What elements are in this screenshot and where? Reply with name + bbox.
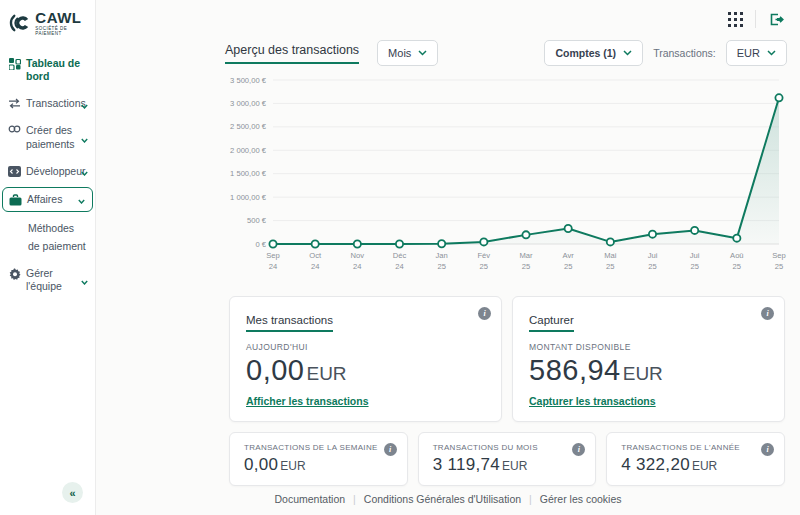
footer-link-cgu[interactable]: Conditions Générales d'Utilisation: [364, 493, 521, 505]
amount-currency: EUR: [306, 363, 346, 384]
info-icon[interactable]: i: [761, 443, 774, 456]
svg-text:Jui: Jui: [690, 251, 700, 260]
link-icon: [8, 125, 21, 133]
amount-currency: EUR: [692, 459, 717, 473]
amount-value: 0,00: [244, 455, 278, 474]
svg-text:25: 25: [733, 262, 741, 271]
brand-name: CAWL: [35, 10, 89, 25]
chevron-down-icon: [78, 190, 85, 208]
gear-icon: [8, 268, 21, 280]
svg-text:25: 25: [690, 262, 698, 271]
briefcase-icon: [9, 194, 22, 206]
code-icon: [8, 166, 21, 177]
accounts-select-value: Comptes (1): [555, 47, 616, 59]
transfer-arrows-icon: [8, 98, 21, 109]
transactions-chart: 3 500,00 €3 000,00 €2 500,00 €2 000,00 €…: [225, 72, 787, 282]
chevron-down-icon: [623, 50, 632, 56]
svg-text:25: 25: [480, 262, 488, 271]
svg-text:Oct: Oct: [309, 251, 322, 260]
svg-text:Mar: Mar: [519, 251, 533, 260]
app-window: CAWL SOCIÉTÉ DE PAIEMENT Tableau de bord…: [0, 0, 800, 515]
info-icon[interactable]: i: [572, 443, 585, 456]
sidebar-nav: Tableau de bord Transactions Créer des p…: [0, 50, 95, 300]
sidebar-item-label: Transactions: [26, 97, 86, 110]
svg-text:Déc: Déc: [393, 251, 407, 260]
footer-link-documentation[interactable]: Documentation: [274, 493, 345, 505]
svg-text:Mai: Mai: [604, 251, 617, 260]
chevron-down-icon: [767, 50, 776, 56]
footer-divider: |: [353, 493, 356, 505]
svg-text:24: 24: [353, 262, 361, 271]
sidebar-item-label: Tableau de bord: [26, 57, 85, 83]
footer-divider: |: [529, 493, 532, 505]
sidebar-item-transactions[interactable]: Transactions: [0, 90, 95, 117]
chevron-down-icon: [81, 95, 88, 113]
sidebar-item-label: Développeur: [26, 165, 86, 178]
chevron-down-icon: [81, 162, 88, 180]
sidebar-item-tableau-de-bord[interactable]: Tableau de bord: [0, 50, 95, 90]
period-select-value: Mois: [388, 47, 411, 59]
sidebar: CAWL SOCIÉTÉ DE PAIEMENT Tableau de bord…: [0, 0, 96, 515]
year-transactions-card: TRANSACTIONS DE L'ANNÉE i 4 322,20EUR: [606, 432, 785, 486]
my-transactions-card: Mes transactions i AUJOURD'HUI 0,00EUR A…: [229, 296, 502, 422]
info-icon[interactable]: i: [384, 443, 397, 456]
week-transactions-card: TRANSACTIONS DE LA SEMAINE i 0,00EUR: [229, 432, 408, 486]
sidebar-collapse-button[interactable]: «: [62, 482, 83, 503]
sidebar-item-developpeur[interactable]: Développeur: [0, 158, 95, 185]
svg-text:24: 24: [395, 262, 403, 271]
svg-text:3 500,00 €: 3 500,00 €: [230, 76, 267, 85]
svg-text:25: 25: [522, 262, 530, 271]
sidebar-item-creer-des-paiements[interactable]: Créer des paiements: [0, 117, 95, 157]
amount-currency: EUR: [280, 459, 305, 473]
footer-link-cookies[interactable]: Gérer les cookies: [540, 493, 622, 505]
svg-text:25: 25: [437, 262, 445, 271]
svg-text:500 €: 500 €: [247, 216, 267, 225]
svg-text:25: 25: [564, 262, 572, 271]
info-icon[interactable]: i: [761, 307, 774, 320]
summary-cards: Mes transactions i AUJOURD'HUI 0,00EUR A…: [229, 296, 785, 422]
svg-text:Nov: Nov: [351, 251, 365, 260]
svg-text:Sep: Sep: [772, 251, 786, 260]
currency-select-value: EUR: [737, 47, 760, 59]
sidebar-item-methodes-de-paiement[interactable]: Méthodes de paiement: [0, 214, 95, 260]
svg-text:3 000,00 €: 3 000,00 €: [230, 99, 267, 108]
info-icon[interactable]: i: [478, 307, 491, 320]
svg-text:Jan: Jan: [436, 251, 448, 260]
amount-currency: EUR: [623, 363, 663, 384]
chevron-down-icon: [418, 50, 427, 56]
stat-value: 0,00EUR: [244, 455, 395, 475]
sidebar-item-gerer-equipe[interactable]: Gérer l'équipe: [0, 260, 95, 300]
svg-text:Fév: Fév: [477, 251, 490, 260]
svg-text:0 €: 0 €: [255, 240, 266, 249]
stat-value: 3 119,74EUR: [433, 455, 584, 475]
svg-text:25: 25: [606, 262, 614, 271]
svg-text:Sep: Sep: [266, 251, 280, 260]
chevron-down-icon: [81, 129, 88, 147]
chart-title: Aperçu des transactions: [225, 43, 359, 64]
content-column: Aperçu des transactions Mois Comptes (1)…: [225, 40, 787, 486]
amount-currency: EUR: [502, 459, 527, 473]
stat-value: 4 322,20EUR: [621, 455, 772, 475]
show-transactions-link[interactable]: Afficher les transactions: [246, 395, 369, 407]
currency-select[interactable]: EUR: [726, 40, 787, 66]
svg-text:Aoû: Aoû: [730, 251, 744, 260]
card-value: 0,00EUR: [246, 354, 487, 387]
accounts-select[interactable]: Comptes (1): [544, 40, 643, 66]
line-chart[interactable]: 3 500,00 €3 000,00 €2 500,00 €2 000,00 €…: [225, 72, 787, 278]
card-label: AUJOURD'HUI: [246, 342, 487, 352]
amount-value: 586,94: [529, 354, 621, 386]
capture-card: Capturer i MONTANT DISPONIBLE 586,94EUR …: [512, 296, 785, 422]
sidebar-item-label: Gérer l'équipe: [26, 267, 85, 293]
svg-text:25: 25: [648, 262, 656, 271]
footer: Documentation | Conditions Générales d'U…: [96, 493, 800, 505]
svg-text:1 000,00 €: 1 000,00 €: [230, 193, 267, 202]
card-title: Mes transactions: [246, 314, 333, 332]
period-select[interactable]: Mois: [377, 40, 438, 66]
brand-logo: CAWL SOCIÉTÉ DE PAIEMENT: [0, 0, 95, 50]
svg-text:25: 25: [775, 262, 783, 271]
stat-cards: TRANSACTIONS DE LA SEMAINE i 0,00EUR TRA…: [229, 432, 785, 486]
chart-header-controls: Comptes (1) Transactions: EUR: [544, 40, 787, 66]
capture-transactions-link[interactable]: Capturer les transactions: [529, 395, 656, 407]
dashboard-icon: [8, 58, 21, 70]
sidebar-item-affaires[interactable]: Affaires: [2, 187, 93, 212]
